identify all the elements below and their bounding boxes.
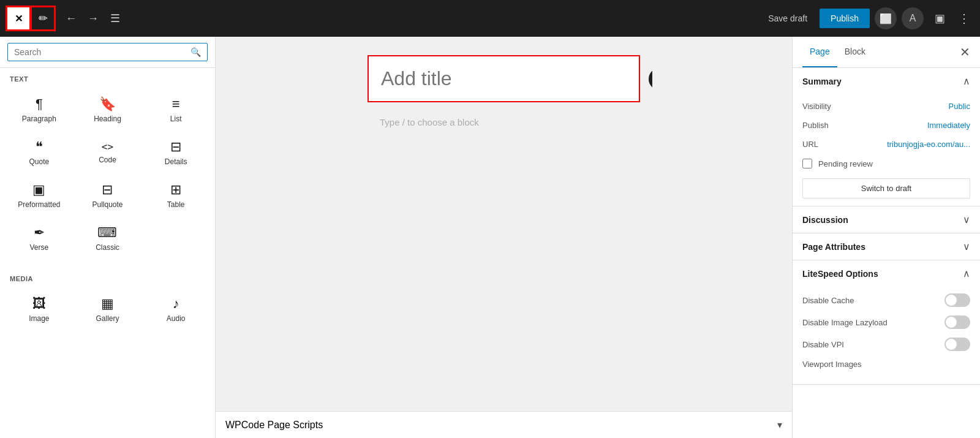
title-block[interactable] <box>368 55 640 102</box>
block-item-table[interactable]: ⊞ Table <box>141 175 210 217</box>
page-attributes-chevron: ∨ <box>963 241 970 252</box>
pullquote-icon: ⊟ <box>102 183 113 197</box>
content-placeholder: Type / to choose a block <box>380 117 479 127</box>
block-item-audio[interactable]: ♪ Audio <box>141 289 210 331</box>
wpcode-bar: WPCode Page Scripts ▾ <box>216 411 792 438</box>
more-options-button[interactable]: ⋮ <box>956 10 973 27</box>
discussion-title: Discussion <box>802 215 848 225</box>
gallery-label: Gallery <box>96 314 119 323</box>
media-section-label: MEDIA <box>0 268 215 286</box>
page-attributes-header[interactable]: Page Attributes ∨ <box>793 233 980 260</box>
block-item-gallery[interactable]: ▦ Gallery <box>74 289 142 331</box>
avatar-letter: A <box>910 13 916 24</box>
visibility-key: Visibility <box>802 102 831 111</box>
tab-page[interactable]: Page <box>802 37 837 67</box>
publish-button[interactable]: Publish <box>820 9 870 28</box>
verse-label: Verse <box>29 243 48 252</box>
disable-image-lazyload-toggle[interactable] <box>944 315 970 329</box>
page-attributes-section: Page Attributes ∨ <box>793 233 980 260</box>
save-draft-button[interactable]: Save draft <box>761 10 815 27</box>
discussion-header[interactable]: Discussion ∨ <box>793 206 980 233</box>
visibility-row: Visibility Public <box>802 97 970 116</box>
content-block[interactable]: Type / to choose a block <box>368 112 640 132</box>
block-item-code[interactable]: <> Code <box>74 132 142 175</box>
search-icon: 🔍 <box>190 47 201 57</box>
pending-review-checkbox[interactable] <box>802 159 812 168</box>
discussion-section: Discussion ∨ <box>793 206 980 233</box>
search-input-wrap: 🔍 <box>7 43 208 61</box>
media-block-grid: 🖼 Image ▦ Gallery ♪ Audio <box>0 286 215 339</box>
avatar[interactable]: A <box>902 7 924 29</box>
list-view-button[interactable]: ☰ <box>105 9 125 28</box>
block-item-quote[interactable]: ❝ Quote <box>5 132 74 175</box>
paragraph-label: Paragraph <box>22 115 56 123</box>
view-icon[interactable]: ⬜ <box>875 7 897 29</box>
gallery-icon: ▦ <box>101 297 114 311</box>
close-button[interactable]: ✕ <box>7 7 29 29</box>
block-item-details[interactable]: ⊟ Details <box>141 132 210 175</box>
audio-label: Audio <box>167 314 186 323</box>
visibility-val[interactable]: Public <box>949 102 970 111</box>
block-item-paragraph[interactable]: ¶ Paragraph <box>5 89 74 132</box>
block-item-pullquote[interactable]: ⊟ Pullquote <box>74 175 142 217</box>
block-item-classic[interactable]: ⌨ Classic <box>74 217 142 260</box>
right-sidebar-close-button[interactable]: ✕ <box>960 45 970 59</box>
title-input[interactable] <box>381 67 627 90</box>
litespeed-header[interactable]: LiteSpeed Options ∧ <box>793 260 980 287</box>
wpcode-chevron[interactable]: ▾ <box>777 419 782 431</box>
block-item-verse[interactable]: ✒ Verse <box>5 217 74 260</box>
image-label: Image <box>29 314 49 323</box>
wpcode-label: WPCode Page Scripts <box>225 420 323 431</box>
audio-icon: ♪ <box>173 297 179 311</box>
table-label: Table <box>167 200 185 209</box>
summary-section: Summary ∧ Visibility Public Publish Imme… <box>793 68 980 206</box>
disable-vpi-toggle[interactable] <box>944 338 970 351</box>
redo-button[interactable]: → <box>83 9 103 28</box>
search-input[interactable] <box>14 47 190 57</box>
disable-image-lazyload-knob <box>946 317 957 328</box>
title-wrap: + <box>368 55 640 102</box>
top-bar: ✕ ✏ ← → ☰ Save draft Publish ⬜ A ▣ ⋮ <box>0 0 980 37</box>
url-val[interactable]: tribunjogja-eo.com/au... <box>887 140 970 149</box>
disable-cache-knob <box>946 295 957 306</box>
dots-icon: ⋮ <box>958 11 970 26</box>
classic-label: Classic <box>96 243 119 252</box>
pending-review-row: Pending review <box>802 154 970 173</box>
litespeed-content: Disable Cache Disable Image Lazyload Dis… <box>793 287 980 384</box>
block-item-preformatted[interactable]: ▣ Preformatted <box>5 175 74 217</box>
tab-block[interactable]: Block <box>837 37 873 67</box>
monitor-icon: ⬜ <box>880 13 892 25</box>
sidebar-toggle-button[interactable]: ▣ <box>929 7 951 29</box>
quote-icon: ❝ <box>36 140 43 154</box>
undo-button[interactable]: ← <box>61 9 81 28</box>
publish-val[interactable]: Immediately <box>927 121 970 130</box>
right-sidebar: Page Block ✕ Summary ∧ Visibility Public… <box>792 37 980 438</box>
right-sidebar-header: Page Block ✕ <box>793 37 980 68</box>
main-layout: 🔍 TEXT ¶ Paragraph 🔖 Heading ≡ List ❝ Qu… <box>0 37 980 438</box>
top-bar-left: ✕ ✏ ← → ☰ <box>7 7 125 29</box>
disable-cache-toggle[interactable] <box>944 293 970 307</box>
block-item-image[interactable]: 🖼 Image <box>5 289 74 331</box>
text-block-grid: ¶ Paragraph 🔖 Heading ≡ List ❝ Quote <> … <box>0 86 215 268</box>
editor-inner: + Type / to choose a block <box>355 37 652 151</box>
add-block-button[interactable]: + <box>649 68 652 90</box>
disable-vpi-knob <box>946 339 957 350</box>
block-item-heading[interactable]: 🔖 Heading <box>74 89 142 132</box>
page-attributes-title: Page Attributes <box>802 242 865 252</box>
code-label: Code <box>99 156 116 164</box>
block-item-list[interactable]: ≡ List <box>141 89 210 132</box>
disable-cache-row: Disable Cache <box>802 289 970 311</box>
summary-header[interactable]: Summary ∧ <box>793 68 980 94</box>
switch-to-draft-button[interactable]: Switch to draft <box>802 178 970 198</box>
litespeed-title: LiteSpeed Options <box>802 269 878 279</box>
top-bar-nav: ← → ☰ <box>61 9 125 28</box>
heading-label: Heading <box>94 115 121 123</box>
edit-button[interactable]: ✏ <box>32 7 54 29</box>
discussion-chevron: ∨ <box>963 214 970 225</box>
code-icon: <> <box>102 142 113 152</box>
top-bar-right: Save draft Publish ⬜ A ▣ ⋮ <box>761 7 973 29</box>
heading-icon: 🔖 <box>99 97 116 111</box>
disable-image-lazyload-label: Disable Image Lazyload <box>802 318 888 327</box>
paragraph-icon: ¶ <box>36 97 43 111</box>
url-row: URL tribunjogja-eo.com/au... <box>802 135 970 154</box>
